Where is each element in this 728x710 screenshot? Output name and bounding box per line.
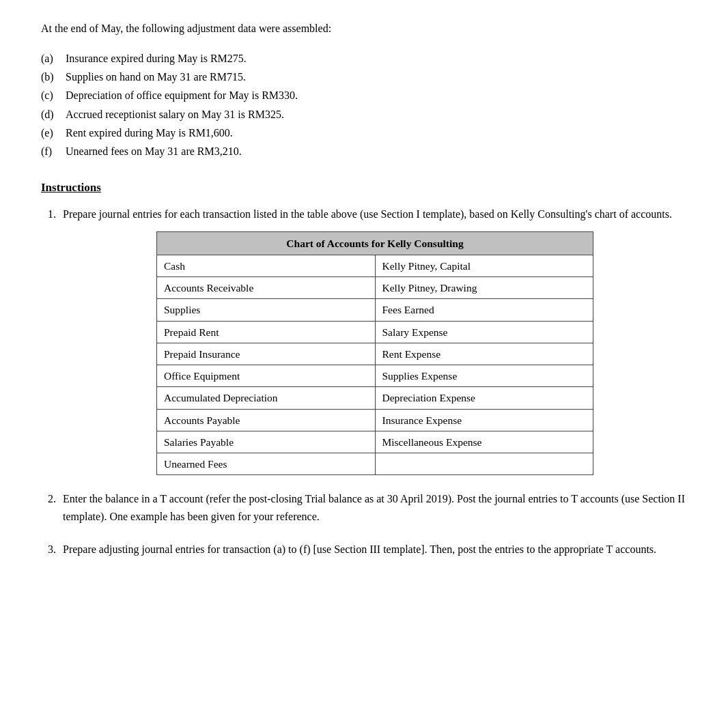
table-row: Supplies Fees Earned (157, 299, 593, 321)
table-row: Cash Kelly Pitney, Capital (157, 255, 593, 276)
adjustment-item: (a)Insurance expired during May is RM275… (41, 49, 687, 68)
table-row: Accounts Payable Insurance Expense (157, 409, 593, 431)
adjustment-text: Unearned fees on May 31 are RM3,210. (66, 142, 242, 160)
chart-title: Chart of Accounts for Kelly Consulting (157, 231, 593, 255)
account-left: Cash (157, 255, 376, 276)
adjustment-label: (d) (41, 105, 60, 124)
adjustment-label: (a) (41, 49, 60, 68)
table-row: Office Equipment Supplies Expense (157, 365, 593, 387)
account-left: Supplies (157, 299, 376, 321)
adjustment-text: Rent expired during May is RM1,600. (66, 124, 233, 142)
instruction-num: 2. (41, 490, 56, 525)
adjustment-item: (c)Depreciation of office equipment for … (41, 86, 687, 104)
instructions-list: 1.Prepare journal entries for each trans… (41, 205, 687, 558)
account-left: Accumulated Depreciation (157, 387, 376, 409)
table-row: Prepaid Insurance Rent Expense (157, 343, 593, 365)
adjustment-item: (d)Accrued receptionist salary on May 31… (41, 105, 687, 124)
account-right: Fees Earned (375, 299, 593, 321)
account-right: Supplies Expense (375, 365, 593, 387)
account-right: Salary Expense (375, 321, 593, 343)
account-right (375, 453, 593, 475)
adjustment-item: (e)Rent expired during May is RM1,600. (41, 124, 687, 142)
table-row: Prepaid Rent Salary Expense (157, 321, 593, 343)
account-right: Kelly Pitney, Drawing (375, 277, 593, 299)
adjustment-list: (a)Insurance expired during May is RM275… (41, 49, 687, 160)
instruction-text: Enter the balance in a T account (refer … (63, 490, 687, 525)
instruction-text: Prepare journal entries for each transac… (63, 208, 672, 220)
adjustment-item: (b)Supplies on hand on May 31 are RM715. (41, 68, 687, 86)
table-row: Salaries Payable Miscellaneous Expense (157, 431, 593, 453)
account-right: Insurance Expense (375, 409, 593, 431)
adjustment-text: Supplies on hand on May 31 are RM715. (66, 68, 246, 86)
instruction-text: Prepare adjusting journal entries for tr… (63, 541, 687, 558)
intro-text: At the end of May, the following adjustm… (41, 20, 687, 37)
account-left: Prepaid Insurance (157, 343, 376, 365)
instruction-item-3: 3.Prepare adjusting journal entries for … (41, 541, 687, 558)
adjustment-text: Depreciation of office equipment for May… (66, 86, 298, 104)
chart-wrapper: Chart of Accounts for Kelly Consulting C… (63, 231, 687, 476)
instruction-num: 3. (41, 541, 56, 558)
account-right: Miscellaneous Expense (375, 431, 593, 453)
account-right: Rent Expense (375, 343, 593, 365)
account-left: Salaries Payable (157, 431, 376, 453)
account-right: Kelly Pitney, Capital (375, 255, 593, 276)
adjustment-item: (f)Unearned fees on May 31 are RM3,210. (41, 142, 687, 160)
account-left: Accounts Payable (157, 409, 376, 431)
adjustment-label: (c) (41, 86, 60, 104)
instruction-item-1: 1.Prepare journal entries for each trans… (41, 205, 687, 475)
instruction-num: 1. (41, 205, 56, 475)
table-row: Accumulated Depreciation Depreciation Ex… (157, 387, 593, 409)
instructions-heading: Instructions (41, 181, 687, 195)
adjustment-label: (e) (41, 124, 60, 142)
account-left: Unearned Fees (157, 453, 376, 475)
account-left: Accounts Receivable (157, 277, 376, 299)
account-left: Office Equipment (157, 365, 376, 387)
table-row: Accounts Receivable Kelly Pitney, Drawin… (157, 277, 593, 299)
instruction-content: Prepare journal entries for each transac… (63, 205, 687, 475)
chart-of-accounts-table: Chart of Accounts for Kelly Consulting C… (156, 231, 593, 476)
adjustment-text: Insurance expired during May is RM275. (66, 49, 247, 68)
adjustment-text: Accrued receptionist salary on May 31 is… (66, 105, 284, 124)
account-left: Prepaid Rent (157, 321, 376, 343)
table-row: Unearned Fees (157, 453, 593, 475)
adjustment-label: (f) (41, 142, 60, 160)
account-right: Depreciation Expense (375, 387, 593, 409)
instruction-item-2: 2.Enter the balance in a T account (refe… (41, 490, 687, 525)
adjustment-label: (b) (41, 68, 60, 86)
